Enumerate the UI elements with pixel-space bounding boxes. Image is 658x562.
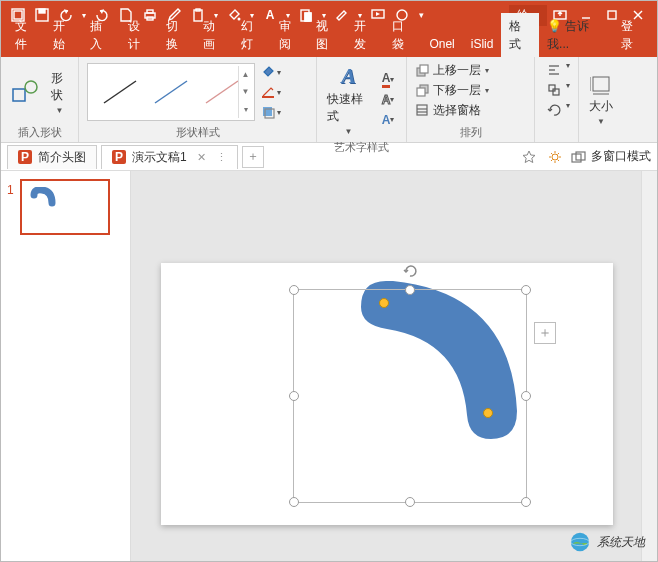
svg-rect-20 [13,89,25,101]
bring-forward-label: 上移一层 [433,62,481,79]
globe-icon [569,531,591,553]
tab-islide[interactable]: iSlid [463,31,502,57]
multi-window-button[interactable]: 多窗口模式 [571,148,651,166]
gallery-more-icon[interactable]: ▾ [239,101,252,118]
login-link[interactable]: 登录 [613,13,651,57]
svg-point-47 [552,154,558,160]
chevron-down-icon: ▼ [345,127,353,136]
selection-pane-label: 选择窗格 [433,102,481,119]
group-label-wordart: 艺术字样式 [325,138,398,155]
svg-rect-40 [593,77,609,91]
multi-window-label: 多窗口模式 [591,148,651,165]
thumb-number: 1 [7,179,14,235]
shape-button[interactable]: 形状 ▼ [49,68,70,117]
tell-me[interactable]: 💡 告诉我... [539,13,613,57]
svg-text:P: P [21,150,29,164]
svg-text:P: P [115,150,123,164]
new-tab-button[interactable]: ＋ [242,146,264,168]
slide-canvas[interactable]: ＋ 系统天地 [131,171,657,561]
shape-style-gallery[interactable]: ▲ ▼ ▾ [87,63,255,121]
group-more-icon[interactable]: ▾ [566,81,570,99]
slide-thumbnail-1[interactable] [20,179,110,235]
tab-review[interactable]: 审阅 [271,13,309,57]
group-label-size [587,138,619,140]
shape-button-label: 形状 [51,70,68,104]
gallery-down-icon[interactable]: ▼ [239,83,252,100]
tab-developer[interactable]: 开发 [346,13,384,57]
shape-effects-button[interactable]: ▾ [261,103,281,121]
tab-file[interactable]: 文件 [7,13,45,57]
tab-insert[interactable]: 插入 [82,13,120,57]
svg-rect-39 [553,89,559,95]
svg-line-23 [155,81,187,103]
vertical-scrollbar[interactable] [641,171,657,561]
shape-fill-button[interactable]: ▾ [261,63,281,81]
resize-handle-ml[interactable] [289,391,299,401]
doc-tab-2-label: 演示文稿1 [132,149,187,166]
wordart-A-icon: A [341,63,356,89]
tab-design[interactable]: 设计 [120,13,158,57]
tab-transition[interactable]: 切换 [158,13,196,57]
style-preset-1[interactable] [98,72,142,112]
shape-outline-button[interactable]: ▾ [261,83,281,101]
tab-menu-icon[interactable]: ⋮ [216,151,227,164]
resize-handle-bl[interactable] [289,497,299,507]
tell-me-label: 告诉我... [547,19,589,51]
resize-handle-tr[interactable] [521,285,531,295]
bring-forward-button[interactable]: 上移一层 ▾ [415,61,526,79]
star-icon[interactable] [519,147,539,167]
shapes-gallery-small[interactable] [9,77,43,107]
quick-style-label: 快速样式 [327,91,370,125]
quick-style-button[interactable]: A 快速样式 ▼ [325,61,372,138]
powerpoint-icon: P [18,150,32,164]
layout-options-icon[interactable]: ＋ [534,322,556,344]
resize-handle-tm[interactable] [405,285,415,295]
tab-animation[interactable]: 动画 [195,13,233,57]
group-label-insert-shape: 插入形状 [9,123,70,140]
style-preset-2[interactable] [149,72,193,112]
close-tab-icon[interactable]: ✕ [197,151,206,164]
gear-icon[interactable] [545,147,565,167]
svg-rect-38 [549,85,555,91]
group-button[interactable] [544,81,564,99]
size-icon [590,74,612,96]
rotate-more-icon[interactable]: ▾ [566,101,570,119]
selection-pane-button[interactable]: 选择窗格 [415,101,526,119]
align-more-icon[interactable]: ▾ [566,61,570,79]
tab-view[interactable]: 视图 [308,13,346,57]
size-button[interactable]: 大小 ▼ [587,72,615,128]
gallery-up-icon[interactable]: ▲ [239,66,252,83]
chevron-down-icon: ▼ [597,117,605,126]
send-backward-label: 下移一层 [433,82,481,99]
svg-rect-32 [417,105,427,115]
text-fill-button[interactable]: A▾ [378,71,398,89]
selection-box: ＋ [293,289,527,503]
svg-rect-26 [263,107,272,116]
text-outline-button[interactable]: A▾ [378,91,398,109]
text-effects-button[interactable]: A▾ [378,111,398,129]
tab-slideshow[interactable]: 幻灯 [233,13,271,57]
rotate-button[interactable] [544,101,564,119]
tab-home[interactable]: 开始 [45,13,83,57]
doc-tab-1[interactable]: P 简介头图 [7,145,97,169]
align-button[interactable] [544,61,564,79]
tab-onekey[interactable]: Onel [421,31,462,57]
resize-handle-bm[interactable] [405,497,415,507]
group-label-arrange: 排列 [415,123,526,140]
group-label-shape-styles: 形状样式 [87,123,308,140]
tab-pocket[interactable]: 口袋 [384,13,422,57]
resize-handle-tl[interactable] [289,285,299,295]
tab-format[interactable]: 格式 [501,13,539,57]
doc-tab-2[interactable]: P 演示文稿1 ✕ ⋮ [101,145,238,169]
svg-line-22 [104,81,136,103]
slide[interactable]: ＋ [161,263,613,525]
resize-handle-br[interactable] [521,497,531,507]
resize-handle-mr[interactable] [521,391,531,401]
doc-tab-1-label: 简介头图 [38,149,86,166]
watermark: 系统天地 [569,531,645,553]
rotate-handle[interactable] [401,262,419,280]
watermark-text: 系统天地 [597,534,645,551]
send-backward-button[interactable]: 下移一层 ▾ [415,81,526,99]
group-label-arrange-icons [543,138,570,140]
svg-point-21 [25,81,37,93]
